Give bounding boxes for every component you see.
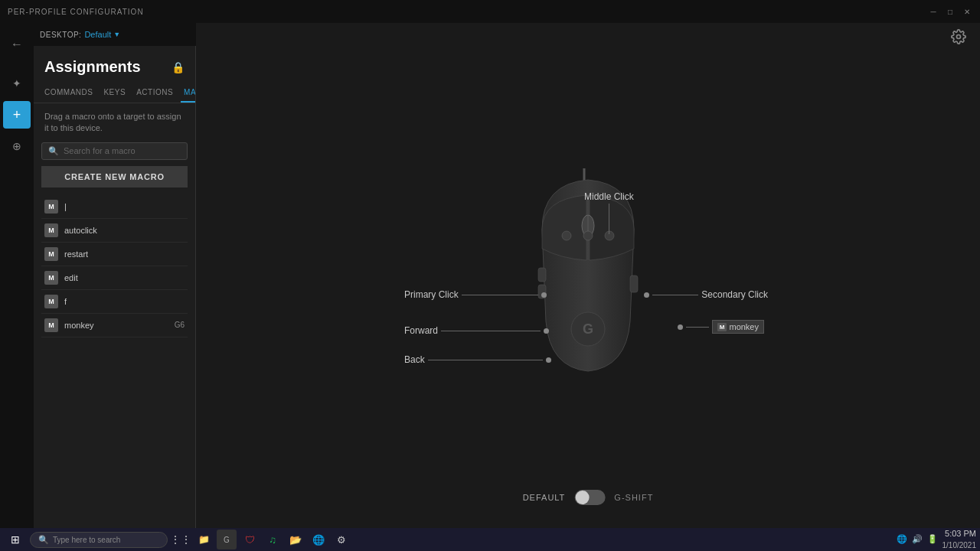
- settings2-icon: ⚙: [337, 534, 346, 546]
- list-item[interactable]: M edit: [41, 266, 188, 290]
- tabs-row: COMMANDS KEYS ACTIONS MACROS SYSTEM: [34, 83, 195, 103]
- macro-badge: M: [44, 318, 58, 332]
- macro-name: edit: [64, 273, 178, 282]
- lock-icon: 🔒: [172, 61, 185, 73]
- monkey-dot: [678, 324, 683, 330]
- logitech-button[interactable]: G: [217, 530, 237, 549]
- sidebar-lighting-button[interactable]: ✦: [3, 70, 31, 97]
- taskbar-search-text: Type here to search: [53, 536, 120, 544]
- taskbar-search-icon: 🔍: [38, 535, 49, 545]
- task-view-icon: ⋮⋮: [170, 533, 191, 546]
- tab-actions[interactable]: ACTIONS: [133, 83, 176, 103]
- window-controls[interactable]: ─ □ ✕: [928, 6, 972, 17]
- chrome-button[interactable]: 🌐: [309, 530, 328, 549]
- profile-name: Default: [84, 30, 111, 39]
- explorer-button[interactable]: 📁: [194, 530, 214, 549]
- tab-keys[interactable]: KEYS: [100, 83, 129, 103]
- dropdown-chevron-icon: ▼: [113, 31, 120, 38]
- sidebar-assignments-button[interactable]: +: [3, 101, 31, 129]
- toggle-switch[interactable]: [574, 490, 605, 505]
- close-button[interactable]: ✕: [962, 6, 972, 17]
- tab-macros[interactable]: MACROS: [181, 83, 196, 103]
- left-sidebar: ← ✦ + ⊕: [0, 23, 34, 528]
- svg-text:G: G: [583, 321, 593, 337]
- back-button[interactable]: ←: [3, 31, 31, 58]
- back-icon: ←: [11, 37, 23, 51]
- monkey-m-badge: M: [717, 323, 727, 331]
- primary-click-label-group: Primary Click: [404, 289, 547, 300]
- folder-icon: 📂: [289, 534, 302, 546]
- taskbar-left: ⊞ 🔍 Type here to search ⋮⋮ 📁 G 🛡 ♫ 📂 🌐 ⚙: [4, 530, 351, 549]
- taskbar-search-box[interactable]: 🔍 Type here to search: [30, 532, 168, 548]
- middle-click-label-group: Middle Click: [584, 191, 634, 234]
- logitech-icon: G: [224, 536, 230, 544]
- svg-rect-7: [630, 276, 638, 292]
- spotify-icon: ♫: [269, 534, 276, 546]
- gshift-label: G-SHIFT: [614, 493, 653, 502]
- list-item[interactable]: M restart: [41, 243, 188, 266]
- folder-button[interactable]: 📂: [286, 530, 305, 549]
- macro-name: monkey: [64, 321, 168, 330]
- middle-click-line: [609, 204, 609, 234]
- taskbar-volume-icon: 🔊: [912, 534, 923, 544]
- back-line: [428, 360, 543, 360]
- back-label: Back: [404, 354, 425, 365]
- search-input[interactable]: [64, 146, 181, 155]
- list-item[interactable]: M f: [41, 290, 188, 314]
- taskbar-right: 🌐 🔊 🔋 5:03 PM 1/10/2021: [897, 528, 977, 550]
- macro-name: restart: [64, 249, 178, 259]
- create-macro-button[interactable]: CREATE NEW MACRO: [41, 166, 188, 187]
- crosshair-icon: ⊕: [12, 140, 21, 152]
- app-title: PER-PROFILE CONFIGURATION: [8, 8, 144, 16]
- antivirus-icon: 🛡: [245, 534, 255, 546]
- maximize-button[interactable]: □: [945, 6, 956, 17]
- tab-commands[interactable]: COMMANDS: [41, 83, 96, 103]
- title-bar-left: PER-PROFILE CONFIGURATION: [8, 8, 144, 16]
- secondary-click-dot: [644, 292, 649, 298]
- panel-header: Assignments 🔒: [34, 46, 195, 83]
- title-bar: PER-PROFILE CONFIGURATION ─ □ ✕: [0, 0, 980, 23]
- default-gshift-toggle: DEFAULT G-SHIFT: [523, 490, 654, 505]
- panel-title: Assignments: [44, 58, 141, 76]
- macro-name: f: [64, 297, 178, 306]
- toggle-knob: [575, 491, 589, 504]
- search-icon: 🔍: [48, 146, 59, 156]
- minimize-button[interactable]: ─: [928, 6, 939, 17]
- task-view-button[interactable]: ⋮⋮: [171, 530, 191, 549]
- taskbar-time: 5:03 PM: [942, 528, 977, 540]
- settings-button[interactable]: [945, 23, 972, 51]
- middle-click-label: Middle Click: [584, 191, 634, 202]
- antivirus-button[interactable]: 🛡: [240, 530, 260, 549]
- monkey-label-group: M monkey: [678, 320, 764, 334]
- desktop-label: DESKTOP:: [40, 31, 81, 39]
- explorer-icon: 📁: [198, 534, 210, 545]
- search-box[interactable]: 🔍: [41, 142, 188, 160]
- sidebar-dpi-button[interactable]: ⊕: [3, 132, 31, 160]
- default-label: DEFAULT: [523, 493, 566, 502]
- settings2-button[interactable]: ⚙: [332, 530, 351, 549]
- primary-click-label: Primary Click: [404, 289, 459, 300]
- start-button[interactable]: ⊞: [4, 530, 27, 549]
- svg-point-10: [562, 231, 571, 240]
- chrome-icon: 🌐: [312, 534, 325, 546]
- taskbar-network-icon: 🌐: [897, 534, 907, 544]
- macro-badge: M: [44, 223, 58, 237]
- main-content: G Middle Click Primary Click Secondary C…: [196, 23, 980, 528]
- lighting-icon: ✦: [12, 77, 21, 90]
- windows-icon: ⊞: [11, 533, 20, 546]
- taskbar-date: 1/10/2021: [942, 540, 977, 551]
- list-item[interactable]: M monkey G6: [41, 314, 188, 337]
- macro-badge: M: [44, 247, 58, 261]
- forward-dot: [544, 328, 549, 334]
- taskbar-clock[interactable]: 5:03 PM 1/10/2021: [942, 528, 977, 550]
- monkey-line: [686, 327, 709, 328]
- profile-dropdown[interactable]: Default ▼: [84, 30, 120, 39]
- primary-click-dot: [541, 292, 547, 298]
- spotify-button[interactable]: ♫: [263, 530, 283, 549]
- list-item[interactable]: M |: [41, 195, 188, 219]
- back-label-group: Back: [404, 354, 551, 365]
- list-item[interactable]: M autoclick: [41, 219, 188, 243]
- macro-badge: M: [44, 200, 58, 214]
- forward-label-group: Forward: [404, 325, 549, 336]
- macro-key: G6: [175, 321, 185, 329]
